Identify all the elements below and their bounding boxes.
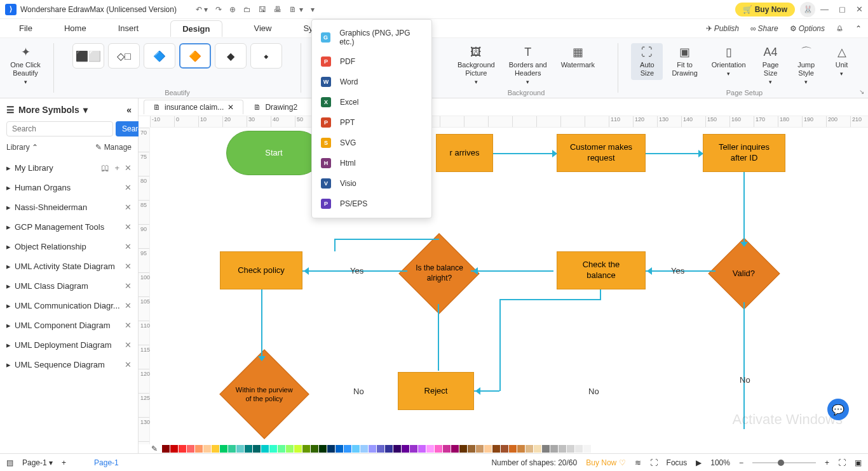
color-swatch[interactable]	[534, 445, 541, 453]
lib-item[interactable]: ▸Object Relationship✕	[0, 237, 138, 256]
play-icon[interactable]: ▶	[696, 458, 702, 467]
remove-lib-icon[interactable]: ✕	[125, 183, 132, 192]
lib-item[interactable]: ▸Human Organs✕	[0, 178, 138, 197]
zoom-in-icon[interactable]: +	[825, 458, 829, 467]
color-swatch[interactable]	[203, 445, 211, 453]
doc-tab-2[interactable]: 🗎 Drawing2	[245, 100, 306, 114]
color-swatch[interactable]	[228, 445, 236, 453]
color-swatch[interactable]	[336, 445, 343, 453]
style-preset-4[interactable]: 🔶	[179, 43, 211, 69]
redo-icon[interactable]: ↷	[215, 5, 222, 14]
search-input[interactable]	[6, 121, 113, 136]
export-item-excel[interactable]: XExcel	[312, 92, 431, 112]
color-swatch[interactable]	[245, 445, 252, 453]
plus-icon[interactable]: +	[114, 163, 119, 173]
fit-to-drawing-button[interactable]: ▣ Fit to Drawing	[667, 43, 702, 80]
shape-request[interactable]: Customer makes request	[557, 134, 646, 172]
lib-item[interactable]: ▸UML Communication Diagr...✕	[0, 296, 138, 315]
lib-item[interactable]: ▸UML Activity State Diagram✕	[0, 256, 138, 276]
style-preset-1[interactable]: ⬛⬜	[72, 43, 104, 69]
eyedropper-icon[interactable]: ✎	[151, 444, 158, 453]
shape-check-policy[interactable]: Check policy	[220, 251, 302, 289]
zoom-out-icon[interactable]: −	[739, 458, 743, 467]
library-label[interactable]: Library ⌃	[6, 143, 38, 152]
color-swatch[interactable]	[567, 445, 574, 453]
remove-lib-icon[interactable]: ✕	[125, 202, 132, 212]
lib-item[interactable]: ▸UML Sequence Diagram✕	[0, 355, 138, 375]
color-swatch[interactable]	[195, 445, 203, 453]
shape-valid[interactable]: Valid?	[708, 237, 780, 309]
color-swatch[interactable]	[451, 445, 459, 453]
color-swatch[interactable]	[269, 445, 277, 453]
help-chat-icon[interactable]: 💬	[827, 399, 849, 420]
fit-page-icon[interactable]: ⛶	[838, 458, 846, 467]
unit-button[interactable]: △ Unit▾	[826, 43, 858, 80]
shape-start[interactable]: Start	[226, 131, 322, 175]
menu-design[interactable]: Design	[170, 20, 222, 37]
new-icon[interactable]: ⊕	[229, 5, 236, 14]
options-button[interactable]: ⚙ Options	[790, 24, 825, 33]
pages-icon[interactable]: ▤	[6, 458, 13, 467]
remove-lib-icon[interactable]: ✕	[125, 242, 132, 251]
color-swatch[interactable]	[344, 445, 351, 453]
fullscreen-icon[interactable]: ▣	[855, 458, 862, 467]
lib-item[interactable]: ▸Nassi-Shneiderman✕	[0, 197, 138, 217]
color-swatch[interactable]	[261, 445, 269, 453]
collapse-sidebar-icon[interactable]: «	[126, 105, 132, 115]
remove-lib-icon[interactable]: ✕	[125, 360, 132, 369]
color-swatch[interactable]	[278, 445, 285, 453]
shape-arrives[interactable]: r arrives	[436, 134, 493, 172]
menu-home[interactable]: Home	[64, 23, 86, 33]
color-swatch[interactable]	[236, 445, 244, 453]
print-icon[interactable]: 🖶	[274, 5, 281, 14]
jump-style-button[interactable]: ⌒ Jump Style▾	[790, 43, 822, 88]
page-tab[interactable]: Page-1	[94, 458, 119, 467]
export-item-svg[interactable]: SSVG	[312, 133, 431, 153]
lib-item[interactable]: ▸UML Component Diagram✕	[0, 315, 138, 335]
color-swatch[interactable]	[542, 445, 550, 453]
color-swatch[interactable]	[501, 445, 508, 453]
color-swatch[interactable]	[550, 445, 558, 453]
export-item-visio[interactable]: VVisio	[312, 173, 431, 194]
close-tab-icon[interactable]: ✕	[227, 103, 234, 112]
export-icon[interactable]: 🗎 ▾	[289, 5, 302, 14]
style-preset-5[interactable]: ◆	[215, 43, 247, 69]
color-swatch[interactable]	[162, 445, 170, 453]
color-swatch[interactable]	[294, 445, 302, 453]
page-size-button[interactable]: A4 Page Size▾	[755, 43, 787, 88]
minimize-icon[interactable]: —	[820, 4, 829, 14]
shape-purview[interactable]: Within the purview of the policy	[219, 349, 309, 439]
manage-button[interactable]: ✎ Manage	[95, 143, 132, 152]
lib-item[interactable]: ▸UML Class Diagram✕	[0, 276, 138, 296]
book-icon[interactable]: 🕮	[101, 163, 109, 173]
style-preset-6[interactable]: ⬥	[250, 43, 282, 69]
color-swatch[interactable]	[402, 445, 409, 453]
canvas[interactable]: Start r arrives Customer makes request T…	[150, 128, 868, 453]
color-swatch[interactable]	[459, 445, 467, 453]
style-preset-2[interactable]: ◇□	[108, 43, 140, 69]
color-swatch[interactable]	[319, 445, 327, 453]
focus-label[interactable]: Focus	[667, 458, 688, 467]
color-swatch[interactable]	[468, 445, 475, 453]
export-item-graphicspngjpgetc[interactable]: GGraphics (PNG, JPG etc.)	[312, 23, 431, 51]
export-item-word[interactable]: WWord	[312, 72, 431, 92]
remove-lib-icon[interactable]: ✕	[125, 301, 132, 310]
color-swatch[interactable]	[311, 445, 318, 453]
color-swatch[interactable]	[286, 445, 294, 453]
export-item-pdf[interactable]: PPDF	[312, 51, 431, 72]
color-swatch[interactable]	[517, 445, 525, 453]
collapse-ribbon-icon[interactable]: ⌃	[855, 24, 862, 33]
color-swatch[interactable]	[410, 445, 417, 453]
auto-size-button[interactable]: ⛶ Auto Size	[631, 43, 663, 80]
color-swatch[interactable]	[559, 445, 566, 453]
layers-icon[interactable]: ≋	[635, 458, 641, 467]
color-swatch[interactable]	[212, 445, 219, 453]
page-selector[interactable]: Page-1 ▾	[22, 458, 53, 467]
focus-icon[interactable]: ⛶	[650, 458, 658, 467]
pagesetup-launcher-icon[interactable]: ↘	[859, 88, 864, 95]
color-swatch[interactable]	[377, 445, 384, 453]
shape-teller[interactable]: Teller inquires after ID	[703, 134, 785, 172]
export-item-pseps[interactable]: PPS/EPS	[312, 194, 431, 214]
style-preset-3[interactable]: 🔷	[144, 43, 175, 69]
color-swatch[interactable]	[509, 445, 517, 453]
